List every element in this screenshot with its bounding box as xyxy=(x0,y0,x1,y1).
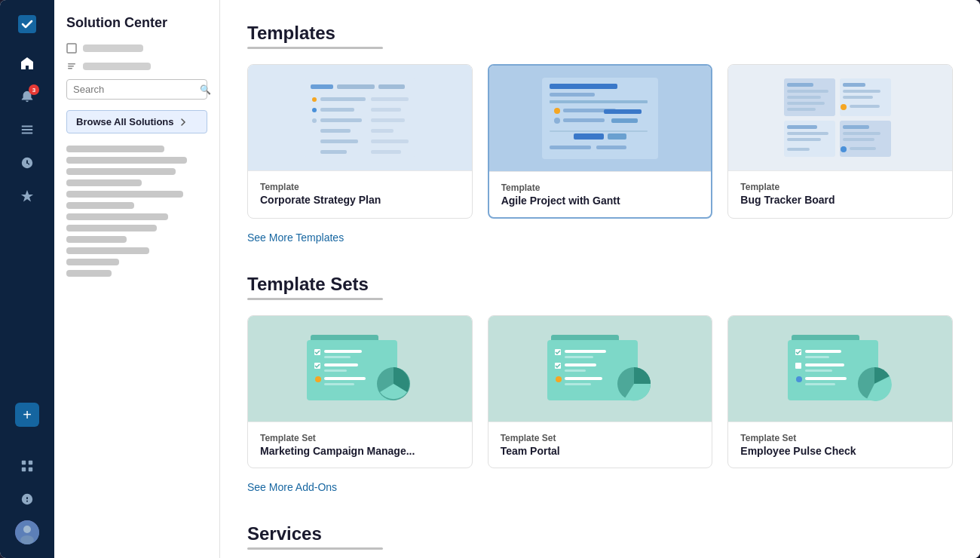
search-box[interactable]: 🔍 xyxy=(66,79,207,100)
panel-placeholder-1 xyxy=(83,44,143,52)
svg-rect-17 xyxy=(320,97,366,101)
svg-rect-29 xyxy=(320,150,347,154)
svg-rect-24 xyxy=(371,118,405,122)
template-set-card-employee-pulse[interactable]: Template Set Employee Pulse Check xyxy=(727,315,953,468)
card-thumbnail xyxy=(728,316,952,422)
svg-point-7 xyxy=(20,535,34,544)
favorites-icon[interactable] xyxy=(12,181,42,211)
avatar[interactable] xyxy=(15,520,39,544)
svg-rect-1 xyxy=(22,461,26,464)
browse-icon[interactable] xyxy=(12,115,42,145)
svg-rect-50 xyxy=(787,102,825,105)
svg-rect-54 xyxy=(843,90,880,93)
browse-all-solutions-button[interactable]: Browse All Solutions xyxy=(66,110,207,133)
svg-rect-59 xyxy=(787,125,817,129)
services-section-title: Services xyxy=(247,523,953,544)
icon-sidebar: 3 + xyxy=(0,0,54,558)
templates-cards-grid: Template Corporate Strategy Plan xyxy=(247,64,953,219)
notifications-icon[interactable]: 3 xyxy=(12,81,42,112)
search-icon: 🔍 xyxy=(200,84,211,95)
search-input[interactable] xyxy=(73,84,200,95)
add-icon: + xyxy=(23,406,32,424)
panel-icon-row-2 xyxy=(66,61,207,72)
svg-rect-72 xyxy=(324,350,362,353)
svg-rect-103 xyxy=(805,383,835,385)
svg-rect-42 xyxy=(574,133,604,140)
notification-badge: 3 xyxy=(29,84,39,95)
template-sets-section-title: Template Sets xyxy=(247,274,953,295)
card-thumbnail xyxy=(248,65,472,170)
template-sets-cards-grid: Template Set Marketing Campaign Manage..… xyxy=(247,315,953,468)
nav-item xyxy=(66,168,176,175)
home-icon[interactable] xyxy=(12,48,42,78)
panel-title: Solution Center xyxy=(66,15,207,31)
svg-rect-25 xyxy=(320,129,351,133)
nav-item xyxy=(66,191,183,198)
svg-rect-39 xyxy=(604,109,642,114)
svg-rect-20 xyxy=(320,108,354,112)
svg-rect-68 xyxy=(850,147,876,150)
svg-rect-27 xyxy=(320,140,358,143)
svg-rect-76 xyxy=(324,369,347,372)
main-content: Templates xyxy=(220,0,980,558)
card-type: Template xyxy=(501,182,700,193)
template-card-corporate-strategy[interactable]: Template Corporate Strategy Plan xyxy=(247,64,473,219)
svg-rect-96 xyxy=(805,350,841,353)
card-info: Template Set Marketing Campaign Manage..… xyxy=(248,422,472,468)
nav-item xyxy=(66,247,149,254)
panel-placeholder-2 xyxy=(83,63,151,70)
nav-item xyxy=(66,213,168,220)
svg-rect-55 xyxy=(843,96,873,99)
svg-rect-78 xyxy=(324,377,366,380)
svg-rect-60 xyxy=(787,132,828,135)
template-set-card-marketing[interactable]: Template Set Marketing Campaign Manage..… xyxy=(247,315,473,468)
svg-rect-30 xyxy=(371,150,401,154)
left-panel: Solution Center 🔍 Browse All Solutions xyxy=(54,0,220,558)
template-set-card-team-portal[interactable]: Template Set Team Portal xyxy=(488,315,713,468)
card-type: Template Set xyxy=(501,433,700,443)
card-info: Template Bug Tracker Board xyxy=(728,170,952,216)
svg-rect-53 xyxy=(843,83,865,87)
svg-rect-18 xyxy=(371,97,409,101)
services-section: Services xyxy=(247,523,953,550)
card-info: Template Corporate Strategy Plan xyxy=(248,170,472,216)
add-button[interactable]: + xyxy=(15,403,39,427)
see-more-templates-link[interactable]: See More Templates xyxy=(247,231,344,244)
svg-rect-0 xyxy=(18,15,36,33)
nav-item xyxy=(66,146,164,152)
help-icon[interactable] xyxy=(12,484,42,514)
svg-rect-47 xyxy=(787,83,813,87)
logo-icon xyxy=(12,9,42,39)
see-more-addons-link[interactable]: See More Add-Ons xyxy=(247,481,337,493)
svg-rect-21 xyxy=(371,108,401,112)
templates-section: Templates xyxy=(247,23,953,266)
svg-rect-33 xyxy=(550,93,595,97)
svg-point-101 xyxy=(796,376,802,382)
svg-point-6 xyxy=(23,526,31,533)
svg-point-22 xyxy=(312,118,317,123)
template-card-agile-project[interactable]: Template Agile Project with Gantt xyxy=(488,64,713,219)
templates-section-divider xyxy=(247,47,383,49)
card-info: Template Set Employee Pulse Check xyxy=(728,422,952,468)
svg-rect-4 xyxy=(29,468,32,471)
template-card-bug-tracker[interactable]: Template Bug Tracker Board xyxy=(727,64,953,219)
svg-point-67 xyxy=(841,146,847,152)
svg-rect-3 xyxy=(22,468,26,471)
svg-rect-10 xyxy=(68,66,74,67)
svg-rect-98 xyxy=(795,363,801,369)
svg-rect-28 xyxy=(371,140,409,143)
grid-apps-icon[interactable] xyxy=(12,451,42,481)
nav-item xyxy=(66,157,187,164)
svg-rect-66 xyxy=(843,138,874,141)
svg-rect-40 xyxy=(611,118,638,123)
card-thumbnail xyxy=(488,316,712,422)
svg-rect-45 xyxy=(596,146,626,149)
recents-icon[interactable] xyxy=(12,148,42,178)
svg-rect-48 xyxy=(787,90,828,93)
template-sets-section-divider xyxy=(247,298,383,300)
svg-rect-84 xyxy=(565,350,606,353)
card-name: Employee Pulse Check xyxy=(740,445,940,457)
svg-rect-41 xyxy=(550,130,648,132)
svg-point-77 xyxy=(315,376,321,382)
svg-rect-73 xyxy=(324,356,351,358)
